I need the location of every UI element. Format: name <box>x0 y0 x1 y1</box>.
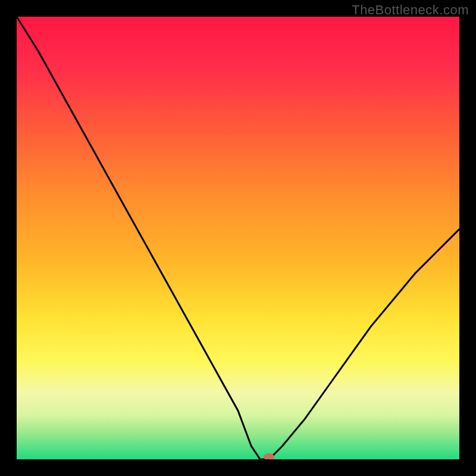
gradient-background <box>17 17 459 459</box>
chart-svg <box>17 17 459 459</box>
chart-frame: TheBottleneck.com <box>0 0 476 476</box>
watermark-label: TheBottleneck.com <box>352 2 469 18</box>
plot-area <box>17 17 459 459</box>
